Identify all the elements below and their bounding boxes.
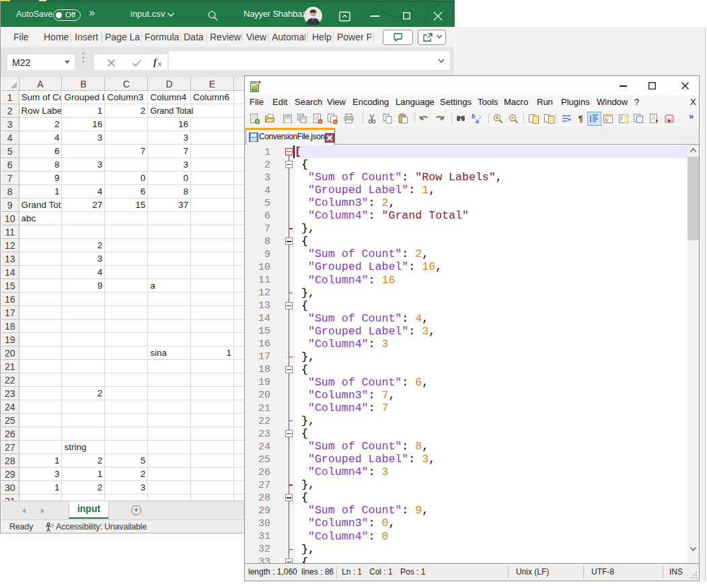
svg-text:¶: ¶	[579, 114, 583, 124]
svg-text:a: a	[476, 118, 479, 124]
svg-text:?: ?	[51, 523, 54, 528]
